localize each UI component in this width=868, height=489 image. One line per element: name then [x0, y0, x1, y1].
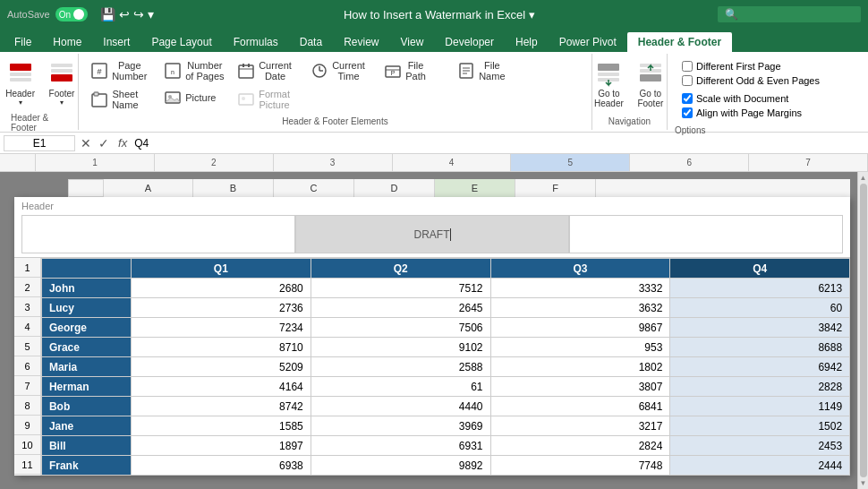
align-margins-checkbox[interactable]	[682, 107, 693, 118]
scroll-up-icon[interactable]: ▲	[860, 174, 867, 182]
cell-q2[interactable]: 61	[311, 377, 490, 397]
col-header-d[interactable]: D	[354, 179, 435, 197]
cell-q4[interactable]: 8688	[670, 338, 850, 357]
cell-q2[interactable]: 2588	[311, 357, 490, 377]
cell-name[interactable]: Maria	[41, 357, 131, 377]
cell-q2[interactable]: 9892	[311, 456, 490, 476]
diff-odd-even-checkbox[interactable]	[682, 75, 693, 86]
cell-q4[interactable]: 1149	[670, 397, 850, 416]
cell-q3[interactable]: 9867	[490, 318, 670, 338]
confirm-formula-icon[interactable]: ✓	[98, 136, 109, 150]
col-header-e[interactable]: E	[435, 179, 515, 197]
cell-name[interactable]: John	[41, 279, 131, 298]
cell-name[interactable]: George	[41, 318, 131, 338]
cell-name[interactable]: Grace	[41, 338, 131, 357]
col-header-a[interactable]: A	[104, 179, 193, 197]
cell-q3[interactable]: 1802	[490, 357, 670, 377]
page-number-button[interactable]: # PageNumber	[86, 57, 157, 84]
cell-q4[interactable]: 6213	[670, 279, 850, 298]
cell-q1[interactable]: 7234	[131, 318, 311, 338]
vertical-scrollbar[interactable]: ▲ ▼	[857, 172, 868, 489]
go-to-footer-button[interactable]: Go toFooter	[632, 57, 669, 111]
tab-review[interactable]: Review	[333, 32, 389, 52]
save-button[interactable]: 💾	[100, 7, 115, 21]
cell-q1[interactable]: 8710	[131, 338, 311, 357]
tab-data[interactable]: Data	[289, 32, 333, 52]
cell-q1[interactable]: 4164	[131, 377, 311, 397]
redo-button[interactable]: ↪	[133, 7, 144, 21]
cell-name[interactable]: Bob	[41, 397, 131, 416]
cell-q2[interactable]: 7506	[311, 318, 490, 338]
cell-q3[interactable]: 953	[490, 338, 670, 357]
cell-q3[interactable]: 3332	[490, 279, 670, 298]
tab-insert[interactable]: Insert	[92, 32, 140, 52]
tab-file[interactable]: File	[4, 32, 42, 52]
header-right-section[interactable]	[569, 215, 843, 253]
col-header-b[interactable]: B	[193, 179, 274, 197]
cell-q3[interactable]: 2824	[490, 436, 670, 456]
cell-q4[interactable]: 6942	[670, 357, 850, 377]
autosave-toggle[interactable]: On	[55, 7, 88, 21]
cell-q1[interactable]: 2736	[131, 298, 311, 318]
formula-input[interactable]	[134, 137, 864, 150]
tab-home[interactable]: Home	[42, 32, 92, 52]
cell-reference-input[interactable]	[4, 135, 75, 151]
num-pages-button[interactable]: n Numberof Pages	[159, 57, 231, 84]
cell-q1[interactable]: 1897	[131, 436, 311, 456]
col-header-c[interactable]: C	[274, 179, 354, 197]
go-to-header-button[interactable]: Go toHeader	[590, 57, 628, 111]
tab-developer[interactable]: Developer	[434, 32, 505, 52]
tab-page-layout[interactable]: Page Layout	[140, 32, 222, 52]
cell-q2[interactable]: 7512	[311, 279, 490, 298]
tab-help[interactable]: Help	[505, 32, 549, 52]
cell-q2[interactable]: 4440	[311, 397, 490, 416]
scroll-thumb[interactable]	[860, 184, 867, 477]
cell-q3[interactable]: 7748	[490, 456, 670, 476]
cell-q1[interactable]: 5209	[131, 357, 311, 377]
cell-q4[interactable]: 3842	[670, 318, 850, 338]
cell-q1[interactable]: 8742	[131, 397, 311, 416]
cell-q2[interactable]: 6931	[311, 436, 490, 456]
file-name-button[interactable]: FileName	[453, 57, 524, 84]
cell-name[interactable]: Bill	[41, 436, 131, 456]
diff-first-page-checkbox[interactable]	[682, 61, 693, 72]
cell-q1[interactable]: 6938	[131, 456, 311, 476]
tab-view[interactable]: View	[390, 32, 435, 52]
cell-name[interactable]: Jane	[41, 416, 131, 436]
tab-header-footer[interactable]: Header & Footer	[627, 32, 732, 52]
scroll-down-icon[interactable]: ▼	[860, 479, 867, 487]
cell-q1[interactable]: 2680	[131, 279, 311, 298]
cell-q4[interactable]: 2453	[670, 436, 850, 456]
picture-button[interactable]: Picture	[159, 86, 231, 109]
cell-q3[interactable]: 3807	[490, 377, 670, 397]
cell-q1[interactable]: 1585	[131, 416, 311, 436]
tab-formulas[interactable]: Formulas	[223, 32, 289, 52]
file-path-button[interactable]: P FilePath	[379, 57, 451, 84]
cell-q4[interactable]: 2828	[670, 377, 850, 397]
tab-power-pivot[interactable]: Power Pivot	[549, 32, 627, 52]
search-input[interactable]	[718, 6, 861, 22]
cell-q4[interactable]: 2444	[670, 456, 850, 476]
scale-with-doc-checkbox[interactable]	[682, 93, 693, 104]
cell-q4[interactable]: 60	[670, 298, 850, 318]
cancel-formula-icon[interactable]: ✕	[81, 136, 91, 150]
cell-q2[interactable]: 2645	[311, 298, 490, 318]
cell-name[interactable]: Frank	[41, 456, 131, 476]
current-date-button[interactable]: CurrentDate	[233, 57, 304, 84]
header-center-section[interactable]: DRAFT	[295, 215, 569, 253]
cell-q4[interactable]: 1502	[670, 416, 850, 436]
cell-q3[interactable]: 3632	[490, 298, 670, 318]
footer-button[interactable]: Footer ▾	[43, 57, 81, 109]
cell-q3[interactable]: 6841	[490, 397, 670, 416]
cell-q2[interactable]: 3969	[311, 416, 490, 436]
col-header-f[interactable]: F	[515, 179, 596, 197]
cell-q3[interactable]: 3217	[490, 416, 670, 436]
sheet-name-button[interactable]: SheetName	[86, 86, 157, 113]
undo-button[interactable]: ↩	[119, 7, 130, 21]
cell-q2[interactable]: 9102	[311, 338, 490, 357]
format-picture-button[interactable]: FormatPicture	[233, 86, 304, 113]
cell-name[interactable]: Herman	[41, 377, 131, 397]
header-button[interactable]: Header ▾	[1, 57, 39, 109]
cell-name[interactable]: Lucy	[41, 298, 131, 318]
customize-button[interactable]: ▾	[148, 7, 154, 21]
